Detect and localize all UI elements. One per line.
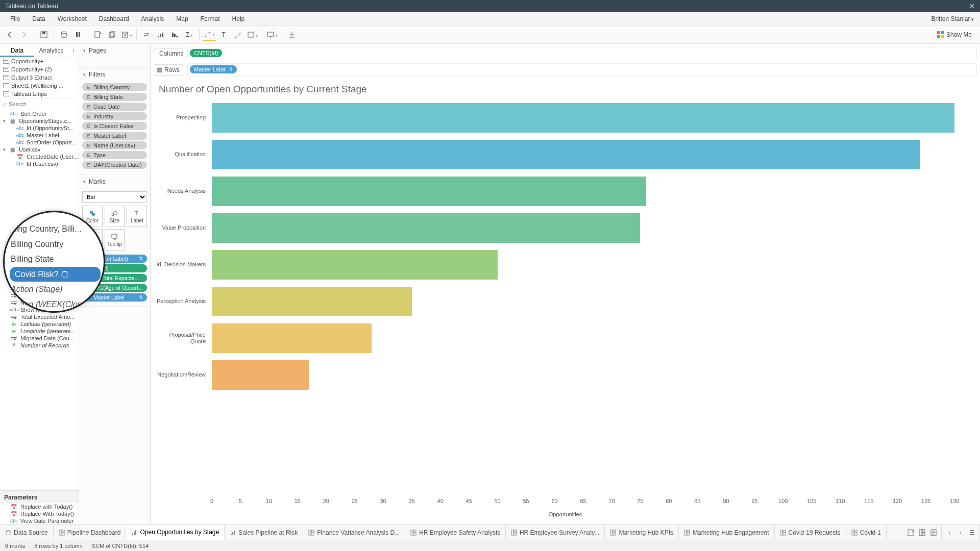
mark-type-select[interactable]: Bar xyxy=(82,191,147,203)
new-story-icon[interactable] xyxy=(929,528,938,537)
datasource-item[interactable]: Sheet1 (Wellbeing ... xyxy=(0,82,79,90)
tab-analytics[interactable]: Analytics xyxy=(34,44,68,57)
presentation-button[interactable] xyxy=(265,28,279,41)
field-item[interactable]: =#Migrated Data (Cou... xyxy=(0,335,79,342)
field-table[interactable]: ▾▦User.csv xyxy=(0,146,79,153)
label-button[interactable]: TLabel xyxy=(127,206,147,227)
forward-button[interactable] xyxy=(17,28,31,41)
bar-row[interactable]: Value Proposition xyxy=(212,213,954,243)
search-input[interactable] xyxy=(9,101,79,107)
bar-row[interactable]: Perception Analysis xyxy=(212,287,954,316)
filter-pill[interactable]: ⊟Industry xyxy=(82,112,147,120)
filter-pill[interactable]: ⊟Master Label xyxy=(82,132,147,140)
sheet-tab[interactable]: Finance Variance Analysis D... xyxy=(303,525,405,540)
sheet-tab[interactable]: HR Employee Survey Analy... xyxy=(506,525,605,540)
bar-row[interactable]: Negotiation/Review xyxy=(212,360,954,390)
filter-pill[interactable]: ⊟Is Closed: False xyxy=(82,122,147,130)
bar-row[interactable]: Proposal/Price Quote xyxy=(212,323,954,353)
duplicate-button[interactable] xyxy=(106,28,119,41)
back-button[interactable] xyxy=(3,28,16,41)
size-button[interactable]: Size xyxy=(105,206,125,227)
tab-scroll-left[interactable]: ‹ xyxy=(945,528,954,537)
menu-format[interactable]: Format xyxy=(194,13,226,24)
menu-worksheet[interactable]: Worksheet xyxy=(52,13,93,24)
menu-map[interactable]: Map xyxy=(170,13,194,24)
pages-shelf[interactable]: Pages xyxy=(79,44,150,68)
new-datasource-button[interactable] xyxy=(57,28,70,41)
field-item[interactable]: AbcSortOrder (Opport... xyxy=(0,139,79,146)
close-icon[interactable]: ✕ xyxy=(969,2,975,10)
sheet-tab[interactable]: Open Opportunities by Stage xyxy=(126,525,225,540)
pen-button[interactable] xyxy=(231,28,244,41)
clear-button[interactable] xyxy=(120,28,133,41)
highlight-button[interactable] xyxy=(203,28,216,41)
sheet-tab[interactable]: HR Employee Safety Analysis xyxy=(405,525,506,540)
field-item[interactable]: AbcId (User.csv) xyxy=(0,160,79,167)
mag-item-selected[interactable]: Covid Risk? xyxy=(10,267,101,282)
swap-button[interactable] xyxy=(140,28,153,41)
viz-title[interactable]: Number of Open Opportunities by Current … xyxy=(151,80,980,98)
sheet-tab[interactable]: Sales Pipeline at Risk xyxy=(225,525,303,540)
totals-button[interactable]: Σ xyxy=(183,28,196,41)
bar[interactable] xyxy=(212,103,954,133)
show-me-button[interactable]: Show Me xyxy=(937,31,977,38)
parameter-item[interactable]: AbcView Date Parameter xyxy=(0,517,79,524)
bar[interactable] xyxy=(212,360,309,390)
field-item[interactable]: ⊕Longitude (generate... xyxy=(0,328,79,335)
bar-row[interactable]: Qualification xyxy=(212,140,954,169)
menu-data[interactable]: Data xyxy=(26,13,51,24)
bar[interactable] xyxy=(212,323,372,353)
tab-data[interactable]: Data xyxy=(0,44,34,57)
fit-button[interactable] xyxy=(246,28,259,41)
sheet-tab[interactable]: Marketing Hub KPIs xyxy=(605,525,679,540)
rows-pill[interactable]: Master Label⇅ xyxy=(190,65,237,73)
viz-area[interactable]: ProspectingQualificationNeeds AnalysisVa… xyxy=(151,98,980,524)
bar[interactable] xyxy=(212,177,646,206)
filters-shelf[interactable]: Filters ⊟Billing Country⊟Billing State⊟C… xyxy=(79,68,150,175)
columns-shelf[interactable]: CNTD(Id) xyxy=(187,47,977,60)
datasource-item[interactable]: Output 3 Extract xyxy=(0,73,79,82)
field-item[interactable]: AbcSort Order xyxy=(0,110,79,117)
datasource-item[interactable]: Opportunity+ xyxy=(0,57,79,65)
filter-pill[interactable]: ⊟Type xyxy=(82,151,147,159)
tooltip-button[interactable]: Tooltip xyxy=(105,229,125,251)
menu-help[interactable]: Help xyxy=(226,13,251,24)
filter-pill[interactable]: ⊟Billing State xyxy=(82,93,147,101)
download-button[interactable] xyxy=(285,28,299,41)
field-item[interactable]: ⊕Latitude (generated) xyxy=(0,320,79,328)
field-table[interactable]: ▾▦OpportunityStage.c... xyxy=(0,117,79,124)
menu-analysis[interactable]: Analysis xyxy=(135,13,170,24)
bar[interactable] xyxy=(212,213,640,243)
bar[interactable] xyxy=(212,140,920,169)
field-item[interactable]: =#Total Expected Amo... xyxy=(0,313,79,320)
field-item[interactable]: #Number of Records xyxy=(0,342,79,349)
new-worksheet-button[interactable] xyxy=(91,28,105,41)
sheet-tab[interactable]: Marketing Hub Engagement xyxy=(679,525,774,540)
tab-scroll-right[interactable]: › xyxy=(956,528,965,537)
bar-row[interactable]: Prospecting xyxy=(212,103,954,133)
filter-pill[interactable]: ⊟Billing Country xyxy=(82,83,147,91)
menu-file[interactable]: File xyxy=(4,13,26,24)
pause-button[interactable] xyxy=(71,28,85,41)
new-dashboard-icon[interactable] xyxy=(918,528,927,537)
sheet-tab[interactable]: Covid-1 xyxy=(846,525,887,540)
sheet-tab[interactable]: Covid-19 Requests xyxy=(775,525,846,540)
menu-dashboard[interactable]: Dashboard xyxy=(93,13,135,24)
filter-pill[interactable]: ⊟Cose Date xyxy=(82,103,147,111)
field-item[interactable]: AbcId (OpportunitySt... xyxy=(0,124,79,132)
sheet-tab[interactable]: Pipeline Dashboard xyxy=(54,525,127,540)
datasource-item[interactable]: Opportunity+ (2) xyxy=(0,65,79,73)
datasource-item[interactable]: Tableau Emps xyxy=(0,90,79,98)
tab-list-icon[interactable]: ☰ xyxy=(967,528,976,537)
filter-pill[interactable]: ⊟Name (User.csv) xyxy=(82,141,147,149)
new-sheet-icon[interactable] xyxy=(906,528,916,537)
parameter-item[interactable]: 📅Replace with Today() xyxy=(0,503,79,510)
sort-desc-button[interactable] xyxy=(168,28,182,41)
bar[interactable] xyxy=(212,250,498,280)
columns-pill[interactable]: CNTD(Id) xyxy=(190,49,222,57)
save-button[interactable] xyxy=(37,28,51,41)
sheet-tab[interactable]: Data Source xyxy=(0,525,54,540)
parameter-item[interactable]: 📅Replace With Today() xyxy=(0,510,79,517)
field-item[interactable]: 📅CreatedDate (User... xyxy=(0,153,79,160)
field-item[interactable]: AbcMaster Label xyxy=(0,132,79,139)
